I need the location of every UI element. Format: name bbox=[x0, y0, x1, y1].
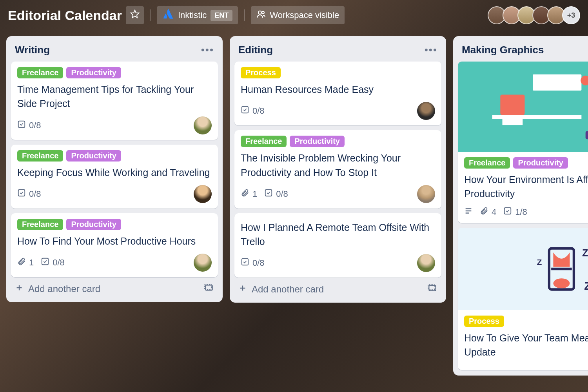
label-freelance[interactable]: Freelance bbox=[241, 136, 287, 147]
svg-text:Z: Z bbox=[582, 247, 588, 258]
card-title: Human Resources Made Easy bbox=[241, 82, 435, 96]
card[interactable]: Freelance Productivity Keeping Focus Whi… bbox=[11, 145, 218, 209]
checklist-badge: 0/8 bbox=[241, 105, 265, 116]
checklist-icon bbox=[503, 207, 512, 218]
list-title[interactable]: Making Graphics bbox=[462, 44, 544, 56]
member-overflow[interactable]: +3 bbox=[562, 6, 580, 24]
attachment-icon bbox=[17, 257, 26, 268]
label-productivity[interactable]: Productivity bbox=[513, 157, 568, 169]
card-title: The Invisible Problem Wrecking Your Prod… bbox=[241, 151, 435, 180]
board-title[interactable]: Editorial Calendar bbox=[8, 8, 122, 23]
list-writing: Writing ••• Freelance Productivity Time … bbox=[6, 36, 223, 302]
label-process[interactable]: Process bbox=[241, 67, 281, 78]
card[interactable]: Freelance Productivity The Invisible Pro… bbox=[234, 130, 441, 209]
checklist-badge: 0/8 bbox=[41, 257, 65, 268]
card-labels: Freelance Productivity bbox=[17, 219, 212, 230]
list-header: Writing ••• bbox=[11, 42, 218, 62]
checklist-count: 1/8 bbox=[515, 207, 527, 217]
board-members[interactable]: +3 bbox=[491, 6, 580, 24]
people-icon bbox=[256, 9, 266, 21]
workspace-button[interactable]: Inktistic ENT bbox=[157, 6, 238, 24]
card-member-avatar[interactable] bbox=[194, 185, 212, 203]
svg-rect-8 bbox=[242, 107, 249, 113]
list-title[interactable]: Editing bbox=[238, 44, 273, 56]
label-productivity[interactable]: Productivity bbox=[66, 219, 121, 230]
cards-container: Freelance Productivity Time Management T… bbox=[11, 62, 218, 277]
add-card-label: Add another card bbox=[252, 284, 324, 295]
card-footer: 1 0/8 bbox=[241, 185, 435, 203]
label-freelance[interactable]: Freelance bbox=[17, 150, 63, 162]
card-labels: Freelance Productivity bbox=[17, 67, 212, 78]
checklist-badge: 0/8 bbox=[17, 189, 41, 200]
checklist-count: 0/8 bbox=[29, 189, 41, 199]
card-member-avatar[interactable] bbox=[417, 102, 435, 120]
card[interactable]: Z Z Z Process How To Give Your Team Mean… bbox=[458, 228, 588, 370]
atlassian-icon bbox=[162, 8, 174, 22]
svg-rect-3 bbox=[18, 121, 25, 127]
svg-point-25 bbox=[553, 278, 570, 288]
card[interactable]: Freelance Productivity How To Find Your … bbox=[11, 213, 218, 277]
checklist-icon bbox=[17, 189, 26, 200]
checklist-count: 0/8 bbox=[53, 258, 65, 268]
checklist-icon bbox=[41, 257, 49, 268]
card-footer: 0/8 bbox=[17, 185, 212, 203]
svg-text:Z: Z bbox=[584, 279, 588, 292]
card[interactable]: Process Human Resources Made Easy 0/8 bbox=[234, 62, 441, 125]
svg-rect-20 bbox=[533, 74, 582, 90]
card-member-avatar[interactable] bbox=[194, 116, 212, 134]
description-icon bbox=[464, 207, 473, 218]
card-member-avatar[interactable] bbox=[194, 254, 212, 272]
label-productivity[interactable]: Productivity bbox=[290, 136, 345, 147]
list-header: Making Graphics bbox=[458, 42, 588, 62]
card-labels: Process bbox=[464, 316, 588, 327]
list-menu-button[interactable]: ••• bbox=[201, 47, 214, 53]
label-productivity[interactable]: Productivity bbox=[66, 150, 121, 162]
plus-icon bbox=[15, 283, 24, 294]
card-title: Keeping Focus While Working and Travelin… bbox=[17, 165, 212, 180]
card-title: Time Management Tips for Tackling Your S… bbox=[17, 82, 212, 111]
checklist-badge: 0/8 bbox=[17, 120, 41, 131]
list-title[interactable]: Writing bbox=[15, 44, 50, 56]
svg-marker-0 bbox=[131, 10, 139, 18]
card-labels: Freelance Productivity bbox=[464, 157, 588, 169]
add-card-button[interactable]: Add another card bbox=[11, 277, 218, 297]
card-labels: Process bbox=[241, 67, 435, 78]
label-freelance[interactable]: Freelance bbox=[17, 67, 63, 78]
board-lists: Writing ••• Freelance Productivity Time … bbox=[0, 31, 588, 381]
attachment-badge: 4 bbox=[480, 207, 496, 218]
svg-point-1 bbox=[258, 11, 261, 14]
card-cover-image: Z Z Z bbox=[458, 228, 588, 310]
label-freelance[interactable]: Freelance bbox=[17, 219, 63, 230]
list-menu-button[interactable]: ••• bbox=[425, 47, 437, 53]
list-header: Editing ••• bbox=[234, 42, 441, 62]
checklist-badge: 0/8 bbox=[241, 258, 265, 269]
card-footer: 0/8 bbox=[241, 102, 435, 120]
card-title: How Your Environment Is Affecting Your P… bbox=[464, 172, 588, 201]
label-freelance[interactable]: Freelance bbox=[464, 157, 510, 169]
card[interactable]: Freelance Productivity Time Management T… bbox=[11, 62, 218, 140]
card-template-icon[interactable] bbox=[427, 283, 437, 296]
attachment-count: 1 bbox=[252, 189, 257, 199]
svg-rect-5 bbox=[42, 258, 49, 265]
card-footer: 0/8 bbox=[241, 254, 435, 272]
label-process[interactable]: Process bbox=[464, 316, 504, 327]
workspace-plan-badge: ENT bbox=[211, 10, 232, 21]
label-productivity[interactable]: Productivity bbox=[66, 67, 121, 78]
card[interactable]: How I Planned A Remote Team Offsite With… bbox=[234, 213, 441, 278]
svg-rect-15 bbox=[501, 94, 525, 115]
card[interactable]: Freelance Productivity How Your Environm… bbox=[458, 62, 588, 223]
add-card-button[interactable]: Add another card bbox=[234, 278, 441, 297]
separator bbox=[351, 9, 351, 21]
checklist-badge: 1/8 bbox=[503, 207, 527, 218]
svg-rect-10 bbox=[242, 259, 249, 265]
card-template-icon[interactable] bbox=[204, 283, 214, 295]
checklist-badge: 0/8 bbox=[264, 189, 288, 200]
visibility-button[interactable]: Workspace visible bbox=[251, 6, 345, 24]
card-footer: 4 1/8 bbox=[464, 207, 588, 218]
separator bbox=[244, 9, 245, 21]
card-footer: 0/8 bbox=[17, 116, 212, 134]
visibility-label: Workspace visible bbox=[270, 10, 339, 20]
card-member-avatar[interactable] bbox=[417, 185, 435, 203]
star-button[interactable] bbox=[126, 6, 144, 24]
card-member-avatar[interactable] bbox=[417, 254, 435, 272]
